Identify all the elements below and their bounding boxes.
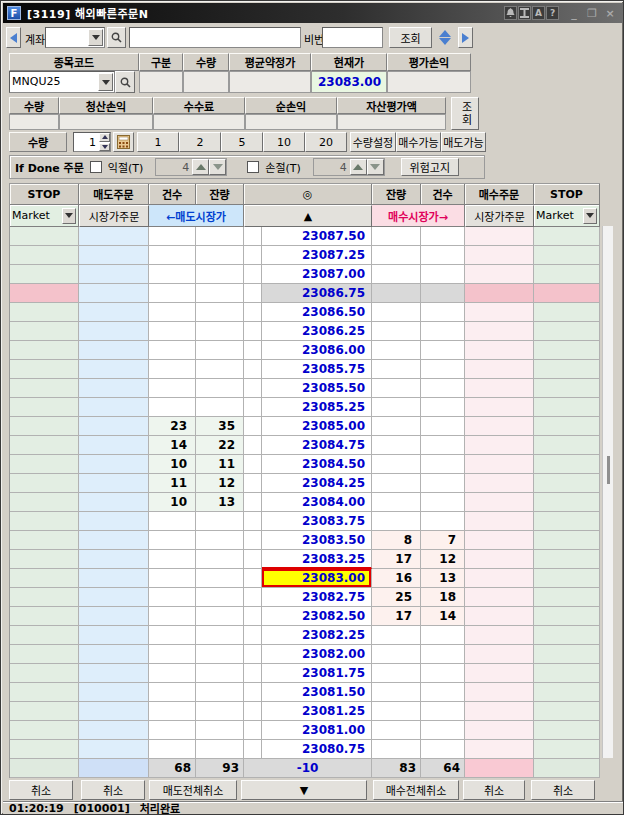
ladder-cell-buy-order[interactable] [465,550,534,569]
ladder-cell-sell-order[interactable] [79,645,149,664]
ladder-cell-stop-sell[interactable] [10,531,79,550]
password-input[interactable] [322,27,383,48]
ladder-cell-stop-buy[interactable] [534,493,600,512]
ladder-cell-buy-order[interactable] [465,227,534,246]
ladder-cell-sell-order[interactable] [79,417,149,436]
stop-loss-checkbox[interactable] [247,161,259,173]
ladder-cell-buy-order[interactable] [465,588,534,607]
title-bar[interactable]: F [3119] 해외빠른주문N A ? _ ❐ × [3,3,623,23]
ladder-cell-stop-sell[interactable] [10,436,79,455]
risk-notice-button[interactable]: 위험고지 [401,158,459,176]
ladder-cell-price[interactable]: 23083.75 [262,512,372,531]
ladder-cell-stop-sell[interactable] [10,246,79,265]
ladder-cell-price[interactable]: 23086.25 [262,322,372,341]
ladder-cell-stop-buy[interactable] [534,588,600,607]
ladder-cell-stop-buy[interactable] [534,683,600,702]
ladder-cell-buy-order[interactable] [465,360,534,379]
ladder-cell-sell-order[interactable] [79,398,149,417]
ladder-cell-buy-order[interactable] [465,303,534,322]
account-select[interactable] [45,27,105,48]
pin-icon[interactable] [518,6,531,20]
account-name-input[interactable] [129,27,301,48]
ladder-cell-buy-order[interactable] [465,379,534,398]
ladder-cell-buy-order[interactable] [465,265,534,284]
ladder-cell-sell-order[interactable] [79,303,149,322]
ladder-cell-stop-buy[interactable] [534,626,600,645]
ladder-cell-stop-buy[interactable] [534,360,600,379]
ladder-cell-stop-buy[interactable] [534,303,600,322]
ladder-cell-sell-order[interactable] [79,531,149,550]
ladder-cell-price[interactable]: 23084.25 [262,474,372,493]
ladder-cell-stop-sell[interactable] [10,398,79,417]
spinner-up-icon[interactable] [439,30,451,37]
ladder-cell-stop-sell[interactable] [10,455,79,474]
ladder-cell-stop-buy[interactable] [534,417,600,436]
ladder-cell-stop-buy[interactable] [534,455,600,474]
ladder-scrollbar[interactable] [602,226,613,758]
ladder-cell-stop-buy[interactable] [534,227,600,246]
ladder-cell-stop-sell[interactable] [10,721,79,740]
ladder-cell-sell-order[interactable] [79,740,149,759]
market-dropdown-button[interactable] [583,208,597,224]
ladder-cell-stop-buy[interactable] [534,512,600,531]
ladder-cell-stop-sell[interactable] [10,474,79,493]
account-spinner[interactable] [435,26,455,49]
ladder-cell-stop-sell[interactable] [10,360,79,379]
ladder-cell-price[interactable]: 23082.75 [262,588,372,607]
ladder-cell-price[interactable]: 23084.75 [262,436,372,455]
ladder-cell-stop-buy[interactable] [534,322,600,341]
ladder-cell-buy-order[interactable] [465,721,534,740]
qty-spinner[interactable] [99,133,110,151]
ladder-cell-price[interactable]: 23082.50 [262,607,372,626]
ladder-cell-buy-order[interactable] [465,455,534,474]
ladder-cell-stop-sell[interactable] [10,664,79,683]
close-button[interactable]: × [603,6,617,20]
ladder-cell-price[interactable]: 23086.50 [262,303,372,322]
ladder-cell-stop-buy[interactable] [534,550,600,569]
ladder-cell-stop-buy[interactable] [534,740,600,759]
ladder-cell-price[interactable]: 23083.50 [262,531,372,550]
ladder-cell-sell-order[interactable] [79,721,149,740]
ladder-cell-stop-buy[interactable] [534,246,600,265]
ladder-cell-sell-order[interactable] [79,512,149,531]
pnl-inquiry-button[interactable]: 조회 [451,97,479,130]
ladder-cell-stop-sell[interactable] [10,569,79,588]
ladder-cell-stop-sell[interactable] [10,588,79,607]
help-icon[interactable]: ? [546,6,559,20]
preset-20-button[interactable]: 20 [305,132,347,152]
ladder-cell-buy-order[interactable] [465,626,534,645]
preset-2-button[interactable]: 2 [179,132,221,152]
ladder-cell-price[interactable]: 23085.50 [262,379,372,398]
ladder-cell-stop-sell[interactable] [10,683,79,702]
ladder-cell-sell-order[interactable] [79,455,149,474]
ladder-cell-stop-sell[interactable] [10,265,79,284]
symbol-input[interactable]: MNQU25 [9,71,115,93]
cancel-buy-button[interactable]: 취소 [463,780,525,800]
ladder-cell-stop-sell[interactable] [10,341,79,360]
ladder-cell-buy-order[interactable] [465,607,534,626]
ladder-cell-price[interactable]: 23085.75 [262,360,372,379]
ladder-cell-buy-order[interactable] [465,740,534,759]
ladder-cell-buy-order[interactable] [465,683,534,702]
ladder-cell-buy-order[interactable] [465,702,534,721]
ladder-cell-price[interactable]: 23087.00 [262,265,372,284]
cancel-all-sell-button[interactable]: 매도전체취소 [149,780,237,800]
ladder-cell-buy-order[interactable] [465,512,534,531]
ladder-cell-sell-order[interactable] [79,227,149,246]
calculator-button[interactable] [113,132,134,152]
ladder-cell-price[interactable]: 23081.75 [262,664,372,683]
scrollbar-thumb[interactable] [607,456,610,484]
ladder-cell-buy-order[interactable] [465,341,534,360]
symbol-search-button[interactable] [115,71,135,93]
ladder-cell-stop-sell[interactable] [10,626,79,645]
ladder-cell-stop-sell[interactable] [10,550,79,569]
ladder-cell-price[interactable]: 23086.75 [262,284,372,303]
take-profit-checkbox[interactable] [90,161,102,173]
center-scroll-up-button[interactable]: ▲ [244,205,372,227]
ladder-cell-price[interactable]: 23084.00 [262,493,372,512]
ladder-cell-stop-buy[interactable] [534,531,600,550]
ladder-cell-buy-order[interactable] [465,569,534,588]
ladder-cell-buy-order[interactable] [465,664,534,683]
ladder-cell-sell-order[interactable] [79,246,149,265]
ladder-cell-price[interactable]: 23087.50 [262,227,372,246]
